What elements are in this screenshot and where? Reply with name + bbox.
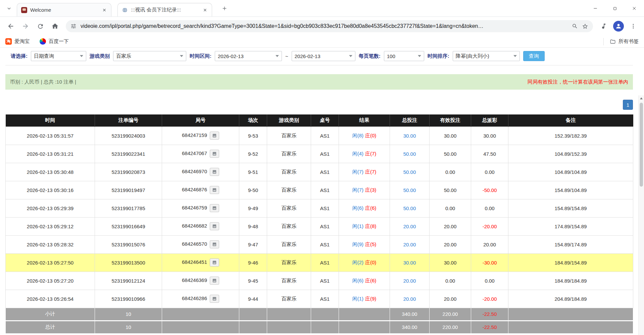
player-result: 闲(1): [352, 223, 363, 229]
time-cell: 2026-02-13 05:30:48: [6, 163, 95, 181]
browser-menu-button[interactable]: [627, 19, 640, 33]
result-cell: 闲(6)庄(6): [339, 272, 390, 290]
home-button[interactable]: [48, 19, 62, 33]
col-header-payout: 总派彩: [471, 114, 508, 127]
sort-order-select[interactable]: 降幂(由大到小): [453, 51, 520, 61]
picture-icon: [212, 170, 217, 174]
address-bar[interactable]: videoie.com/ipl/portal.php/game/betrecor…: [66, 20, 593, 32]
banker-result: 庄(0): [365, 259, 376, 265]
table-row: 2026-02-13 05:29:39 523199017785 6842467…: [6, 199, 633, 217]
game-type-cell: 百家乐: [267, 127, 311, 145]
tab-search-button[interactable]: [3, 3, 15, 14]
page-size-select[interactable]: 100: [384, 51, 424, 61]
game-type-select[interactable]: 百家乐: [113, 51, 186, 61]
total-bet-cell: 30.00: [390, 253, 430, 272]
col-header-round: 局号: [162, 114, 239, 127]
payout-cell: 0.00: [471, 199, 508, 217]
new-tab-button[interactable]: [219, 3, 230, 14]
player-result: 闲(7): [352, 169, 363, 175]
close-window-button[interactable]: [625, 0, 644, 17]
video-replay-button[interactable]: [210, 240, 219, 248]
url-text[interactable]: videoie.com/ipl/portal.php/game/betrecor…: [81, 23, 568, 29]
session-cell: 9-46: [239, 253, 267, 272]
tab-close-button[interactable]: [101, 7, 108, 13]
tab-welcome[interactable]: Welcome: [17, 3, 111, 16]
video-replay-button[interactable]: [210, 277, 219, 285]
bookmark-taobao[interactable]: 淘 爱淘宝: [5, 38, 30, 45]
bookmark-star-icon[interactable]: [582, 23, 588, 30]
remark-cell: 152.39/182.39: [508, 127, 633, 145]
maximize-button[interactable]: [605, 0, 625, 17]
bookmark-baidu[interactable]: 百度一下: [40, 38, 69, 45]
close-icon: [203, 8, 207, 12]
all-bookmarks-button[interactable]: 所有书签: [603, 38, 639, 45]
round-cell: 684246451: [162, 253, 239, 272]
video-replay-button[interactable]: [210, 295, 219, 303]
scroll-up-button[interactable]: [639, 95, 644, 101]
scrollbar-thumb[interactable]: [640, 103, 643, 187]
plus-icon: [222, 6, 227, 11]
video-replay-button[interactable]: [210, 204, 219, 212]
profile-button[interactable]: [612, 19, 625, 33]
player-result: 闲(9): [352, 241, 363, 247]
tab-close-button[interactable]: [202, 7, 208, 13]
filter-bar: 请选择: 日期查询 游戏类别 百家乐 时间区间: 2026-02-13 ~ 20…: [5, 49, 633, 65]
subtotal-label: 小计: [6, 308, 95, 321]
total-bet-cell: 50.00: [390, 181, 430, 199]
total-total-bet: 340.00: [390, 321, 430, 333]
picture-icon: [212, 260, 217, 265]
video-replay-button[interactable]: [210, 258, 219, 267]
game-type-cell: 百家乐: [267, 217, 311, 235]
forward-arrow-icon: [22, 22, 29, 30]
bet-id-cell: 523199020873: [95, 163, 162, 181]
welcome-tab-favicon-icon: [21, 7, 27, 13]
remark-cell: 154.89/104.89: [508, 181, 633, 199]
col-header-remark: 备注: [508, 114, 633, 127]
session-cell: 9-53: [239, 127, 267, 145]
session-cell: 9-51: [239, 163, 267, 181]
picture-icon: [212, 151, 217, 156]
forward-button[interactable]: [19, 19, 32, 33]
bet-id-cell: 523199022341: [95, 145, 162, 163]
minimize-button[interactable]: [586, 0, 605, 17]
video-replay-button[interactable]: [210, 132, 219, 140]
bet-id-cell: 523199024003: [95, 127, 162, 145]
page-scrollbar[interactable]: [638, 95, 644, 335]
site-settings-icon[interactable]: [70, 23, 77, 29]
date-to-input[interactable]: 2026-02-13: [292, 51, 355, 61]
video-replay-button[interactable]: [210, 168, 219, 176]
round-cell: 684246682: [162, 217, 239, 235]
reload-button[interactable]: [34, 19, 47, 33]
tab-bar: Welcome :::视讯 会员下注纪录:::: [0, 0, 644, 17]
game-type-cell: 百家乐: [267, 199, 311, 217]
video-replay-button[interactable]: [210, 222, 219, 230]
bookmark-label: 爱淘宝: [14, 38, 30, 45]
browser-toolbar: videoie.com/ipl/portal.php/game/betrecor…: [0, 17, 644, 36]
video-replay-button[interactable]: [210, 150, 219, 158]
bookmark-label: 百度一下: [49, 38, 69, 45]
folder-icon: [610, 39, 616, 45]
round-cell: 684246876: [162, 181, 239, 199]
subtotal-payout: -22.50: [471, 308, 508, 321]
bet-id-cell: 523199012124: [95, 272, 162, 290]
time-cell: 2026-02-13 05:27:50: [6, 253, 95, 272]
time-cell: 2026-02-13 05:31:57: [6, 127, 95, 145]
zoom-icon[interactable]: [572, 23, 578, 29]
date-from-input[interactable]: 2026-02-13: [215, 51, 282, 61]
query-type-select[interactable]: 日期查询: [31, 51, 86, 61]
table-row: 2026-02-13 05:29:12 523199016649 6842466…: [6, 217, 633, 235]
player-result: 闲(4): [352, 151, 363, 156]
back-button[interactable]: [4, 19, 17, 33]
bet-records-table: 时间 注单编号 局号 场次 游戏类别 桌号 结果 总投注 有效投注 总派彩 备注…: [5, 114, 633, 334]
valid-bet-cell: 50.00: [430, 145, 471, 163]
page-1-button[interactable]: 1: [623, 100, 633, 110]
media-controls-button[interactable]: [597, 19, 610, 33]
banker-result: 庄(6): [365, 278, 376, 283]
bet-id-cell: 523199017785: [95, 199, 162, 217]
tab-bet-records[interactable]: :::视讯 会员下注纪录:::: [117, 3, 212, 16]
video-replay-button[interactable]: [210, 186, 219, 194]
search-button[interactable]: 查询: [523, 51, 545, 61]
remark-cell: 104.89/104.89: [508, 163, 633, 181]
notice-text: 同局有效投注，统一计算在该局第一张注单内: [528, 79, 628, 85]
time-cell: 2026-02-13 05:27:20: [6, 272, 95, 290]
